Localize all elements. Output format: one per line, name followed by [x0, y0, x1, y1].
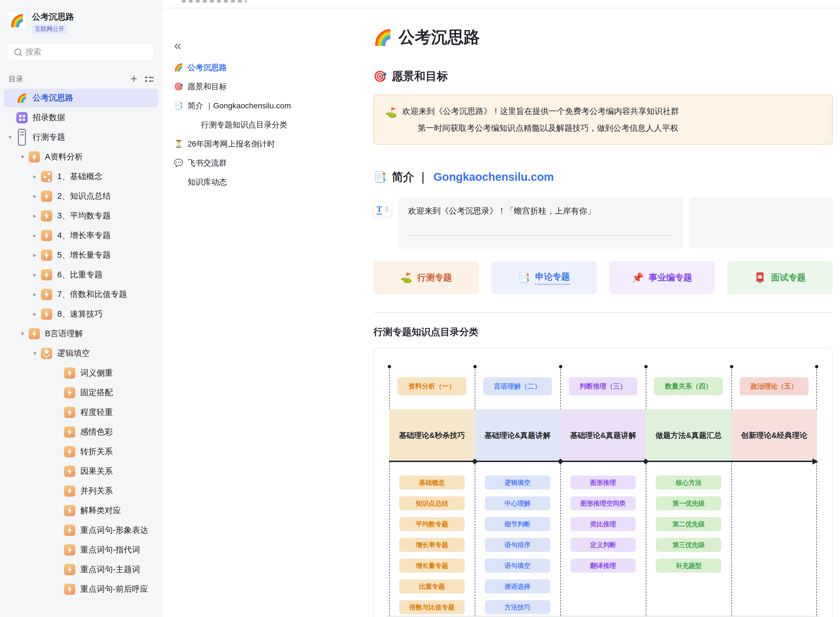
workspace-logo: 🌈: [8, 11, 27, 30]
diagram-column: 数量关系（四） 做题方法&真题汇总 核心方法 第一优先级 第二优先级: [646, 366, 731, 617]
tree-item-icon: [41, 289, 52, 300]
sidebar-tree-item[interactable]: 程度轻重: [4, 403, 158, 422]
topic-cards: ⛳ 行测专题 📑 申论专题 📌 事业编专题: [373, 261, 833, 294]
tree-caret-icon[interactable]: ▾: [18, 153, 28, 161]
tree-item-icon: [41, 210, 52, 221]
tree-caret-icon[interactable]: ▾: [18, 330, 28, 337]
intro-note-card: 欢迎来到《公考沉思录》！「蟾宫折桂，上岸有你」: [398, 197, 683, 249]
sidebar-tree-item[interactable]: ▸ 2、知识点总结: [4, 187, 158, 205]
drag-handle-icon[interactable]: ⠿: [384, 206, 389, 214]
tree-item-icon: [16, 128, 28, 146]
tree-item-label: 重点词句-指代词: [80, 544, 140, 555]
collapse-panel-icon[interactable]: «: [174, 41, 368, 49]
sidebar-tree-item[interactable]: ▸ 4、增长率专题: [4, 226, 158, 245]
topic-card-emoji-icon: 📑: [518, 272, 530, 283]
tree-caret-icon[interactable]: ▸: [30, 251, 40, 259]
diagram-pill: 语句填空: [485, 559, 550, 573]
tree-caret-icon[interactable]: ▸: [30, 291, 40, 298]
text-block-icon: T: [376, 205, 382, 214]
tree-item-label: 感情色彩: [80, 427, 113, 438]
diagram-pill-list: 图形推理 图形推理空间类 类比推理 定义判断 翻译推理: [570, 475, 636, 573]
sidebar-tree-item[interactable]: ▸ 3、平均数专题: [4, 207, 158, 225]
sidebar-tree-item[interactable]: ▾ B言语理解: [4, 325, 158, 343]
section-divider: [373, 312, 833, 313]
sidebar-tree-item[interactable]: ▸ 5、增长量专题: [4, 246, 158, 264]
sidebar-tree-item[interactable]: 重点词句-形象表达: [4, 521, 158, 540]
sidebar-tree-item[interactable]: ▾ 行测专题: [4, 128, 158, 146]
sidebar-tree-item[interactable]: ▸ 6、比重专题: [4, 266, 158, 284]
tree-caret-icon[interactable]: ▸: [30, 310, 40, 318]
diagram-grid: 资料分析（一） 基础理论&秒杀技巧 基础概念 知识点总结 平均数专题: [389, 366, 817, 617]
sidebar-tree-item[interactable]: 招录数据: [4, 108, 158, 127]
tree-caret-icon[interactable]: ▾: [5, 134, 15, 141]
tree-item-icon: [64, 427, 75, 438]
vision-heading: 🎯 愿景和目标: [373, 68, 833, 84]
search-input[interactable]: 搜索: [8, 43, 154, 61]
tree-item-label: 1、基础概念: [57, 171, 102, 182]
sidebar-tree-item[interactable]: 转折关系: [4, 443, 158, 461]
rainbow-icon: 🌈: [10, 14, 24, 28]
tree-caret-icon[interactable]: ▸: [30, 212, 40, 220]
sidebar-tree-item[interactable]: 感情色彩: [4, 423, 158, 441]
diagram-pill: 增长量专题: [399, 559, 465, 573]
sidebar-tree-item[interactable]: ▾ A资料分析: [4, 148, 158, 166]
sidebar-tree-item[interactable]: 词义侧重: [4, 364, 158, 382]
diagram-pill: 平均数专题: [399, 517, 465, 531]
topic-card-label: 面试专题: [771, 272, 806, 283]
tree-caret-icon[interactable]: ▸: [30, 232, 40, 239]
toc-item[interactable]: 知识库动态: [174, 177, 368, 187]
diagram-pill: 第三优先级: [656, 538, 721, 552]
sidebar-tree-item[interactable]: 🌈 公考沉思路: [4, 89, 158, 107]
sidebar-tree-item[interactable]: 重点词句-前后呼应: [4, 580, 158, 598]
tree-item-icon: [41, 190, 52, 202]
sidebar-tree-item[interactable]: 解释类对应: [4, 501, 158, 520]
sidebar-tree-item[interactable]: ▸ 1、基础概念: [4, 167, 158, 186]
tree-item-label: 8、速算技巧: [57, 308, 102, 320]
diagram-pill: 图形推理: [570, 475, 636, 490]
toc-item[interactable]: ⏳ 26年国考网上报名倒计时: [174, 139, 368, 149]
tree-item-label: 7、倍数和比值专题: [57, 289, 127, 300]
sidebar-tree-item[interactable]: ▾ 逻辑填空: [4, 344, 158, 363]
tree-item-label: 逻辑填空: [57, 348, 90, 359]
diagram-column-header: 数量关系（四）: [654, 377, 723, 395]
text-block-toolbar[interactable]: T ⠿: [373, 202, 392, 217]
tree-item-icon: [41, 308, 52, 320]
toc-item[interactable]: 行测专题知识点目录分类: [174, 120, 368, 130]
toc-item[interactable]: 🌈 公考沉思路: [174, 62, 368, 73]
topic-card[interactable]: 📌 事业编专题: [609, 261, 715, 294]
add-page-button[interactable]: +: [130, 73, 137, 85]
topic-card[interactable]: 📮 面试专题: [727, 261, 833, 294]
sidebar-tree-item[interactable]: 重点词句-主题词: [4, 560, 158, 579]
topic-card-emoji-icon: ⛳: [400, 272, 412, 283]
intro-heading: 📑 简介 ｜Gongkaochensilu.com: [373, 169, 833, 185]
tree-caret-icon[interactable]: ▾: [30, 350, 40, 357]
toc-item[interactable]: 📑 简介 ｜Gongkaochensilu.com: [174, 100, 368, 111]
tree-item-label: 2、知识点总结: [57, 190, 111, 202]
topic-card[interactable]: ⛳ 行测专题: [373, 261, 479, 294]
site-link[interactable]: Gongkaochensilu.com: [434, 171, 554, 183]
tree-item-icon: [64, 525, 75, 536]
tree-caret-icon[interactable]: ▸: [30, 193, 40, 200]
diagram-card: 资料分析（一） 基础理论&秒杀技巧 基础概念 知识点总结 平均数专题: [373, 347, 833, 617]
tree-caret-icon[interactable]: ▸: [30, 173, 40, 180]
tree-item-icon: [41, 230, 52, 241]
directory-settings-icon[interactable]: [145, 75, 154, 83]
sidebar-tree-item[interactable]: ▸ 7、倍数和比值专题: [4, 285, 158, 304]
topic-card-label: 事业编专题: [649, 272, 692, 283]
diagram-column: 言语理解（二） 基础理论&真题讲解 逻辑填空 中心理解 细节判断: [475, 366, 560, 617]
sidebar-tree-item[interactable]: 重点词句-指代词: [4, 541, 158, 559]
tree-caret-icon[interactable]: ▸: [30, 271, 40, 279]
tree-item-label: B言语理解: [45, 328, 83, 339]
sidebar-tree-item[interactable]: 因果关系: [4, 462, 158, 481]
page-title: 🌈 公考沉思路: [373, 27, 833, 48]
sidebar-tree-item[interactable]: 固定搭配: [4, 384, 158, 402]
topic-card[interactable]: 📑 申论专题: [491, 261, 597, 294]
sidebar-tree-item[interactable]: 并列关系: [4, 482, 158, 500]
sidebar-tree-item[interactable]: ▸ 8、速算技巧: [4, 305, 158, 323]
diagram-column: 政治理论（五） 创新理论&经典理论: [731, 366, 817, 617]
diagram-column-header: 资料分析（一）: [397, 377, 467, 395]
diagram-column: 资料分析（一） 基础理论&秒杀技巧 基础概念 知识点总结 平均数专题: [389, 366, 475, 617]
diagram-pill: 方法技巧: [485, 600, 550, 614]
toc-item[interactable]: 💬 飞书交流群: [174, 158, 368, 168]
toc-item[interactable]: 🎯 愿景和目标: [174, 81, 368, 92]
